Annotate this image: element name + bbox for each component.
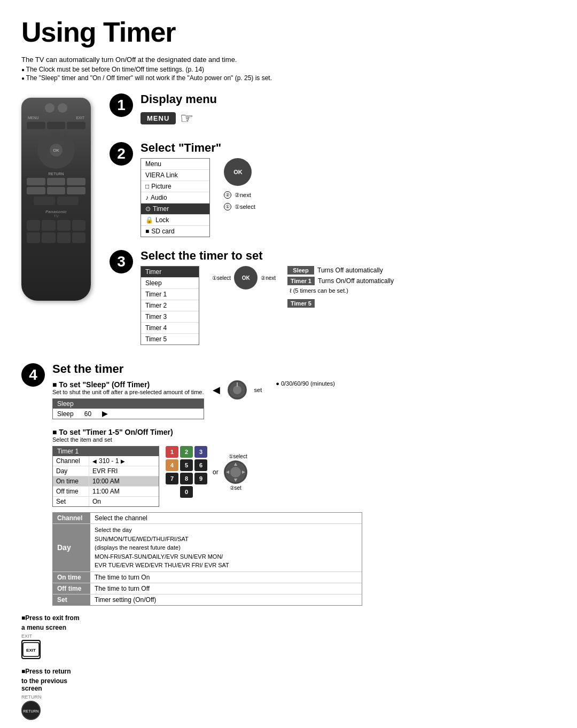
svg-point-1 <box>233 386 241 394</box>
remote-r4 <box>27 187 45 194</box>
tv-label: TV <box>54 214 59 218</box>
left-arrow-icon: ◀ <box>213 384 220 396</box>
offtime-info-label: Off time <box>53 583 90 594</box>
timer15-main: Timer 1 Channel ◀ 310 - 1 ▶ Day EVR FRI <box>52 446 247 507</box>
day-values: SUN/MON/TUE/WED/THU/FRI/SAT(displays the… <box>95 535 357 570</box>
timer-item-1: Timer 1 <box>141 289 199 300</box>
num-empty-left <box>166 486 178 498</box>
press-return-section: ■Press to return to the previous screen … <box>21 668 128 720</box>
remote-s8 <box>72 232 85 243</box>
remote-column: MENU EXIT OK RETURN <box>21 92 99 357</box>
sleep-table-row: Sleep 60 ▶ <box>53 409 204 419</box>
num-9: 9 <box>194 473 207 484</box>
press-exit-title: ■Press to exit from <box>21 614 128 622</box>
offtime-info-row: Off time The time to turn Off <box>53 583 362 594</box>
remote-big-btns <box>34 197 79 205</box>
timer-row-offtime: Off time 11:00 AM <box>53 487 159 497</box>
channel-info-row: Channel Select the channel <box>53 513 362 524</box>
sleep-row-value: 60 <box>84 410 91 418</box>
exit-button-graphic: EXIT <box>21 640 41 659</box>
timer-item-timer: Timer <box>141 267 199 278</box>
left-nav: ◀ <box>92 458 97 464</box>
step4-number: 4 <box>21 363 45 387</box>
sleep-subtitle: ■ To set "Sleep" (Off Timer) <box>52 380 204 389</box>
menu-item-menu: Menu <box>141 159 209 170</box>
annotation-next: ② ②next <box>224 191 255 199</box>
timer1-label: Timer 1 <box>287 277 315 285</box>
remote-s2 <box>42 220 55 231</box>
timer-select-label: ①select <box>212 275 231 281</box>
remote-r6 <box>67 187 85 194</box>
timer-next-label: ②next <box>261 275 276 281</box>
ontime-info-label: On time <box>53 572 90 583</box>
set-annotation: ②set <box>230 485 241 491</box>
timer15-left: ■ To set "Timer 1-5" On/Off Timer) Selec… <box>52 428 247 507</box>
press-exit-section: ■Press to exit from a menu screen EXIT E… <box>21 614 128 659</box>
menu-item-viera: VIERA Link <box>141 170 209 181</box>
or-text: or <box>213 468 219 476</box>
remote-s6 <box>42 232 55 243</box>
sleep-description: Set to shut the unit off after a pre-sel… <box>52 389 204 395</box>
day-label: Day <box>53 466 89 476</box>
set-row-label: Set <box>53 497 89 506</box>
svg-text:RETURN: RETURN <box>23 709 38 713</box>
bottom-area: ■Press to exit from a menu screen EXIT E… <box>21 614 556 729</box>
timer-list-container: Timer Sleep Timer 1 Timer 2 Timer 3 Time… <box>141 266 556 345</box>
timer-row-set: Set On <box>53 497 159 506</box>
bullet-item-1: The Clock must be set before On time/Off… <box>21 66 556 73</box>
sleep-row-label: Sleep <box>57 410 74 418</box>
sleep-arrow: ▶ <box>102 410 107 418</box>
remote-return-label: RETURN <box>48 172 64 176</box>
step1-number: 1 <box>110 93 133 117</box>
ontime-info-value: The time to turn On <box>90 572 362 583</box>
step3-title: Select the timer to set <box>141 249 556 263</box>
set-info-value: Timer setting (On/Off) <box>90 594 362 605</box>
channel-value: ◀ 310 - 1 ▶ <box>89 456 128 466</box>
step1-title: Display menu <box>141 92 556 106</box>
menu-button-graphic: MENU <box>141 112 176 124</box>
remote-s1 <box>27 220 40 231</box>
num-1: 1 <box>166 446 178 458</box>
remote-bottom-btns <box>25 220 88 243</box>
step3-number: 3 <box>110 250 133 273</box>
remote-s7 <box>57 232 71 243</box>
timer-item-2: Timer 2 <box>141 300 199 311</box>
steps-column: 1 Display menu MENU ☞ 2 Select "Timer" M… <box>110 92 556 357</box>
remote-s3 <box>57 220 71 231</box>
picture-icon: □ <box>145 183 149 190</box>
sleep-label: Sleep <box>287 266 314 275</box>
main-layout: MENU EXIT OK RETURN <box>21 92 556 357</box>
page-title: Using Timer <box>21 16 556 48</box>
timer-ok-button: OK <box>234 266 258 289</box>
select-set-dial: ①select <box>224 453 247 491</box>
dial-area <box>224 460 247 484</box>
remote-circle-btn-1 <box>45 103 54 113</box>
press-exit-subtitle: a menu screen <box>21 624 128 631</box>
day-info-label: Day <box>53 524 90 572</box>
timer-row-channel: Channel ◀ 310 - 1 ▶ <box>53 456 159 466</box>
remote-exit-label: EXIT <box>76 116 84 120</box>
menu-list: Menu VIERA Link □Picture ♪Audio ⊙Timer 🔒… <box>141 158 210 237</box>
sleep-left: ■ To set "Sleep" (Off Timer) Set to shut… <box>52 380 204 421</box>
timer-settings-header: Timer 1 <box>53 447 159 456</box>
timer-ok-annotations: ①select OK ②next <box>212 266 276 289</box>
num-4: 4 <box>166 459 178 471</box>
remote-rect-1 <box>27 122 45 129</box>
timer15-section: ■ To set "Timer 1-5" On/Off Timer) Selec… <box>52 428 556 507</box>
day-value: EVR FRI <box>89 466 121 476</box>
num-6: 6 <box>194 459 207 471</box>
return-label-small: RETURN <box>21 694 128 700</box>
ok-and-annotations: OK ② ②next ① ①select <box>221 158 255 210</box>
svg-text:EXIT: EXIT <box>26 648 36 653</box>
intro-text: The TV can automatically turn On/Off at … <box>21 56 556 64</box>
num-3: 3 <box>194 446 207 458</box>
timer5-label: Timer 5 <box>287 299 315 308</box>
step4-content: Set the timer ■ To set "Sleep" (Off Time… <box>52 362 556 606</box>
num-0: 0 <box>180 486 193 498</box>
svg-point-4 <box>230 467 241 477</box>
timer-item-4: Timer 4 <box>141 323 199 334</box>
bullet-item-2: The "Sleep" timer and "On / Off timer" w… <box>21 74 556 82</box>
remote-big-btn-1 <box>34 197 55 205</box>
num-7: 7 <box>166 473 178 484</box>
offtime-label: Off time <box>53 487 89 496</box>
